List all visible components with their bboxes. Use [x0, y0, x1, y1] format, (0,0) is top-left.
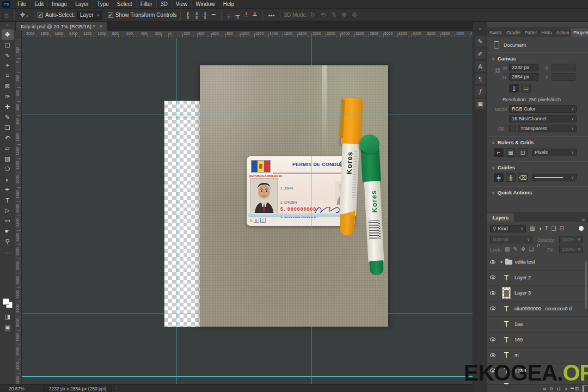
auto-select-dropdown[interactable]: Layer∨ — [77, 11, 102, 20]
text-layer-thumbnail[interactable]: T — [500, 304, 512, 313]
brushes-panel-icon[interactable]: ✎ — [475, 36, 486, 47]
delete-layer-icon[interactable] — [583, 386, 584, 391]
align-top-icon[interactable]: ━ — [210, 11, 218, 19]
width-field[interactable]: 2232 px — [509, 64, 538, 71]
tab-gradients[interactable]: Gradie — [504, 28, 523, 37]
dodge-tool[interactable]: ◐ — [2, 174, 14, 185]
layer-row-cita0000000-cccccccc0-d[interactable]: Tcita0000000...cccccccc0 d — [487, 301, 588, 317]
color-swatches[interactable] — [3, 298, 13, 308]
layer-visibility-eye-icon[interactable] — [487, 285, 498, 301]
auto-select-checkbox[interactable]: ✓ — [38, 13, 43, 18]
menu-layer[interactable]: Layer — [71, 0, 93, 8]
menu-view[interactable]: View — [172, 0, 192, 8]
clone-stamp-tool[interactable]: ❏ — [2, 122, 14, 133]
align-left-icon[interactable]: ╠ — [184, 12, 193, 19]
height-field[interactable]: 2854 px — [509, 73, 538, 81]
tab-layers[interactable]: Layers — [487, 213, 514, 222]
new-layer-icon[interactable]: ⊞ — [574, 386, 579, 391]
shape-tool[interactable]: ▭ — [2, 216, 14, 226]
pen-tool[interactable]: ✒ — [2, 185, 14, 195]
glyphs-panel-icon[interactable]: ƒ — [475, 86, 486, 97]
toggle-snap-button[interactable]: ⊡ — [518, 148, 528, 157]
gradient-tool[interactable]: ▨ — [2, 154, 14, 164]
layer-row-1aa[interactable]: T1aa — [487, 316, 588, 332]
lock-artboard-icon[interactable]: ❏ — [529, 246, 534, 252]
hand-tool[interactable]: ☛ — [2, 226, 14, 236]
lasso-tool[interactable]: ∿ — [2, 50, 14, 60]
lock-pixels-icon[interactable]: ✎ — [513, 246, 517, 252]
horizontal-ruler[interactable]: 2000180016001400120010008006004002000200… — [22, 31, 473, 38]
layer-visibility-eye-icon[interactable] — [487, 301, 498, 317]
more-tools-icon[interactable]: ⋯ — [2, 248, 14, 258]
link-dimensions-icon[interactable]: ⛓ — [495, 68, 500, 74]
tab-patterns[interactable]: Patter — [523, 28, 540, 37]
eyedropper-tool[interactable]: ✑ — [2, 91, 14, 102]
landscape-orientation-button[interactable]: ▭ — [521, 84, 531, 93]
layer-row-169[interactable]: T169 — [487, 332, 588, 348]
color-mode-dropdown[interactable]: RGB Color∨ — [509, 105, 577, 113]
menu-filter[interactable]: Filter — [137, 0, 157, 8]
eraser-tool[interactable]: ▱ — [2, 143, 14, 154]
show-transform-checkbox[interactable]: ✓ — [108, 13, 113, 18]
marquee-tool[interactable]: ▢ — [2, 40, 14, 50]
canvas-pasteboard[interactable]: REPUBLICA MOLDOVA PERMIS DE CONDUCERE MD — [22, 38, 473, 384]
menu-3d[interactable]: 3D — [157, 0, 172, 8]
close-tab-icon[interactable]: × — [99, 23, 102, 29]
type-tool[interactable]: T — [2, 195, 14, 205]
filter-smart-objects-icon[interactable]: ⊡ — [560, 225, 564, 231]
layer-visibility-eye-icon[interactable] — [487, 270, 498, 286]
move-tool[interactable]: ✥ — [2, 29, 14, 40]
more-align-options-icon[interactable]: ••• — [266, 12, 277, 19]
screen-mode-icon[interactable]: ▣ — [2, 322, 14, 333]
fill-dropdown[interactable]: Transparent∨ — [518, 125, 577, 132]
menu-help[interactable]: Help — [219, 0, 239, 8]
menu-file[interactable]: File — [14, 0, 30, 8]
canvas-section-header[interactable]: ∨Canvas — [492, 56, 516, 62]
layers-scrollbar[interactable] — [585, 261, 587, 309]
zoom-percentage[interactable]: 20.67% — [9, 386, 24, 391]
layer-effects-icon[interactable]: fx — [550, 386, 553, 391]
frame-tool[interactable]: ⊠ — [2, 81, 14, 91]
vertical-ruler[interactable]: 2000200400600800100012001400160018002000… — [15, 31, 22, 384]
toggle-guides-button[interactable]: ╪ — [494, 173, 504, 182]
libraries-panel-icon[interactable]: ▣ — [475, 99, 486, 109]
move-tool-icon[interactable]: ✥ ∨ — [18, 11, 30, 19]
layers-panel-menu-icon[interactable]: ≡ — [579, 216, 588, 222]
filter-pixel-layers-icon[interactable]: ▨ — [530, 225, 535, 231]
link-layers-icon[interactable]: ∞ — [543, 386, 546, 391]
toggle-smart-guides-button[interactable]: ╫ — [506, 173, 516, 182]
document-tab[interactable]: Italy id.psd @ 20.7% (RGB/16) * × — [16, 22, 107, 31]
layer-row-layer-2[interactable]: TLayer 2 — [487, 270, 588, 286]
align-right-icon[interactable]: ╣ — [201, 12, 210, 19]
bit-depth-dropdown[interactable]: 16 Bits/Channel∨ — [509, 115, 577, 122]
text-layer-thumbnail[interactable]: T — [500, 335, 512, 344]
layer-thumbnail[interactable] — [502, 287, 511, 299]
align-center-icon[interactable]: ╬ — [192, 12, 201, 19]
history-brush-tool[interactable]: ↶ — [2, 133, 14, 143]
rulers-grids-section-header[interactable]: ∨Rulers & Grids — [492, 139, 534, 145]
toolbar-expand-icon[interactable]: » — [0, 22, 15, 29]
foreground-color-swatch[interactable] — [3, 298, 9, 305]
distribute-vertical-icon[interactable]: ╥ — [233, 12, 242, 19]
clear-guides-button[interactable]: ⌫ — [518, 173, 528, 182]
add-adjustment-icon[interactable]: ◑ — [564, 386, 567, 391]
menu-type[interactable]: Type — [93, 0, 113, 8]
distribute-left-icon[interactable]: ╧ — [242, 12, 250, 19]
group-expand-chevron[interactable]: ▾ — [500, 260, 503, 265]
guides-section-header[interactable]: ∨Guides — [492, 164, 515, 170]
layer-visibility-eye-icon[interactable] — [487, 254, 498, 270]
tab-histogram[interactable]: Histo — [539, 28, 554, 37]
lock-transparency-icon[interactable]: ▨ — [505, 246, 510, 252]
menu-image[interactable]: Image — [48, 0, 71, 8]
filter-shape-layers-icon[interactable]: ❏ — [552, 225, 556, 231]
text-layer-thumbnail[interactable]: T — [500, 273, 512, 282]
healing-brush-tool[interactable]: ✚ — [2, 102, 14, 112]
character-panel-icon[interactable]: A — [475, 61, 486, 72]
layer-visibility-eye-icon[interactable] — [487, 332, 498, 348]
brush-settings-panel-icon[interactable]: ✐ — [475, 48, 486, 59]
add-mask-icon[interactable]: ◘ — [558, 386, 560, 391]
toggle-grid-button[interactable]: ▦ — [506, 148, 516, 157]
home-icon[interactable]: ⌂ — [2, 11, 11, 19]
layer-filter-kind-dropdown[interactable]: ⚲ Kind∨ — [490, 225, 526, 232]
lock-position-icon[interactable]: ✥ — [521, 246, 525, 252]
